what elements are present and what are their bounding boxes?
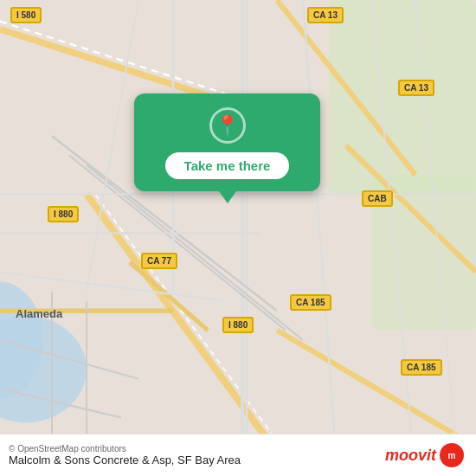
map-svg	[0, 0, 476, 476]
alameda-label: Alameda	[16, 307, 62, 320]
osm-attribution: © OpenStreetMap contributors	[9, 444, 241, 453]
map-container: I 580 CA 13 CA 13 I 880 CA 77 I 880 CA 1…	[0, 0, 476, 476]
highway-badge-ca13-top: CA 13	[307, 7, 344, 23]
location-name: Malcolm & Sons Concrete & Asp, SF Bay Ar…	[9, 453, 241, 466]
take-me-there-button[interactable]: Take me there	[165, 152, 290, 179]
moovit-icon-circle: m	[440, 443, 464, 467]
bottom-bar: © OpenStreetMap contributors Malcolm & S…	[0, 434, 476, 476]
bottom-info: © OpenStreetMap contributors Malcolm & S…	[9, 444, 241, 466]
highway-badge-i580: I 580	[10, 7, 42, 23]
svg-line-5	[0, 22, 242, 100]
svg-line-20	[0, 272, 225, 301]
location-icon-circle: 📍	[209, 107, 246, 144]
highway-badge-ca77: CA 77	[141, 253, 177, 269]
moovit-logo: moovit m	[385, 443, 464, 467]
svg-line-22	[87, 0, 138, 292]
highway-badge-cab: CAB	[362, 190, 393, 207]
moovit-text: moovit	[385, 447, 436, 465]
svg-line-17	[87, 165, 303, 340]
svg-text:m: m	[448, 451, 456, 460]
popup-card: 📍 Take me there	[134, 93, 320, 191]
highway-badge-ca185-left: CA 185	[290, 294, 331, 311]
highway-badge-ca185-right: CA 185	[401, 359, 442, 376]
highway-badge-ca13-right: CA 13	[398, 80, 434, 96]
svg-line-13	[277, 331, 476, 447]
location-pin-icon: 📍	[215, 116, 239, 135]
highway-badge-i880-left: I 880	[48, 206, 79, 222]
highway-badge-i880-center: I 880	[222, 317, 254, 333]
svg-line-14	[130, 262, 208, 331]
